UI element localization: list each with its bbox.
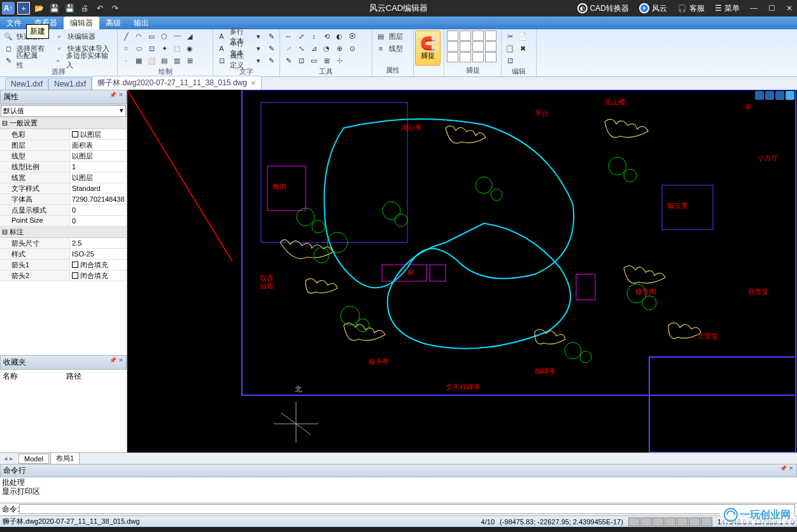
property-row[interactable]: Point Size0: [0, 216, 127, 227]
snap-opt6[interactable]: [460, 41, 471, 52]
snap-opt7[interactable]: [472, 41, 484, 52]
save-icon[interactable]: 💾: [48, 2, 60, 15]
property-row[interactable]: 箭头尺寸2.5: [0, 238, 127, 249]
menu-output[interactable]: 输出: [127, 17, 155, 29]
spline-tool[interactable]: 〰: [171, 31, 183, 42]
ellipse-tool[interactable]: ⬭: [133, 43, 145, 54]
table-tool[interactable]: ⊞: [184, 55, 195, 66]
dim-tool7[interactable]: ⟋: [283, 43, 294, 54]
drawing-canvas[interactable]: 北 平台 见山楼 亭 小方厅 御云室 立雪堂 燕誉堂 修竹阁 御碑亭 文天祥碑亭…: [127, 90, 797, 452]
saveall-icon[interactable]: 💾: [63, 2, 76, 15]
poly-import-button[interactable]: 多边形实体输入: [65, 55, 115, 66]
match-props-button[interactable]: 匹配属性: [15, 55, 45, 66]
cad-converter-button[interactable]: ◐CAD转换器: [575, 2, 631, 15]
status-btn4[interactable]: [665, 517, 676, 526]
tool15[interactable]: ⬜: [146, 55, 157, 66]
redo-icon[interactable]: ↷: [109, 2, 122, 15]
linetype-button[interactable]: 线型: [388, 43, 404, 54]
layout-tab[interactable]: 布局1: [50, 452, 80, 465]
hatch-tool[interactable]: ▦: [133, 55, 145, 66]
snap-opt2[interactable]: [460, 31, 471, 41]
undo-icon[interactable]: ↶: [94, 2, 106, 15]
doc-tab-2[interactable]: New1.dxf: [48, 78, 92, 90]
property-row[interactable]: 文字样式Standard: [0, 183, 127, 194]
edit-del[interactable]: ✖: [517, 43, 528, 54]
status-btn2[interactable]: [640, 517, 652, 526]
edit-5[interactable]: ⊡: [504, 55, 516, 66]
line-tool[interactable]: ╱: [120, 31, 132, 42]
dim-tool17[interactable]: ⊹: [334, 55, 345, 66]
dim-tool2[interactable]: ⤢: [295, 31, 307, 42]
status-btn5[interactable]: [677, 517, 688, 526]
dim-tool16[interactable]: ⊞: [321, 55, 332, 66]
pin-icon[interactable]: 📌 ✕: [109, 92, 123, 102]
dim-tool9[interactable]: ⊿: [308, 43, 320, 54]
section-dimension[interactable]: ⊟标注: [0, 227, 127, 238]
tool17[interactable]: ▥: [171, 55, 183, 66]
layer-button[interactable]: 图层: [388, 31, 404, 42]
snap-opt8[interactable]: [485, 41, 497, 52]
open-icon[interactable]: 📂: [32, 2, 45, 15]
property-row[interactable]: 图层面积表: [0, 140, 127, 151]
dim-tool15[interactable]: ▭: [308, 55, 320, 66]
dim-tool11[interactable]: ⊕: [334, 43, 345, 54]
snap-opt9[interactable]: [447, 52, 458, 62]
tool10[interactable]: ✦: [159, 43, 170, 54]
attr-def-button[interactable]: 属性定义: [229, 55, 251, 66]
menu-button[interactable]: ☰菜单: [712, 2, 742, 15]
menu-editor[interactable]: 编辑器: [64, 17, 99, 29]
snap-opt11[interactable]: [472, 52, 484, 62]
new-file-icon[interactable]: ＋: [17, 2, 30, 15]
status-btn6[interactable]: [689, 517, 700, 526]
snap-opt3[interactable]: [472, 31, 484, 41]
property-row[interactable]: 箭头2闭合填充: [0, 270, 127, 281]
tool9[interactable]: ⊡: [146, 43, 157, 54]
fengyun-button[interactable]: ✦风云: [637, 2, 670, 15]
snap-opt10[interactable]: [460, 52, 471, 62]
snap-opt1[interactable]: [447, 31, 458, 41]
property-row[interactable]: 字体高7290.702148438: [0, 194, 127, 205]
close-tab-icon[interactable]: ✕: [251, 80, 256, 87]
section-general[interactable]: ⊟一般设置: [0, 118, 127, 129]
edit-cut[interactable]: ✂: [504, 31, 516, 42]
dim-tool1[interactable]: ↔: [283, 31, 294, 42]
pin-icon[interactable]: 📌 ✕: [109, 357, 123, 368]
circle-tool[interactable]: ○: [120, 43, 132, 54]
snap-opt5[interactable]: [447, 41, 458, 52]
print-icon[interactable]: 🖨: [78, 2, 91, 15]
property-row[interactable]: 线型以图层: [0, 151, 127, 162]
model-tab[interactable]: Model: [18, 454, 49, 464]
tool11[interactable]: ⬚: [171, 43, 183, 54]
property-row[interactable]: 色彩以图层: [0, 129, 127, 140]
dim-tool14[interactable]: ⊡: [295, 55, 307, 66]
pin-icon[interactable]: 📌 ✕: [780, 465, 794, 476]
property-row[interactable]: 点显示模式0: [0, 205, 127, 216]
dim-tool13[interactable]: ✎: [283, 55, 294, 66]
tool6[interactable]: ◢: [184, 31, 195, 42]
command-input[interactable]: [19, 504, 795, 514]
rect-tool[interactable]: ▭: [146, 31, 157, 42]
doc-tab-1[interactable]: New1.dxf: [5, 78, 48, 90]
snap-button[interactable]: 🧲 捕捉: [415, 31, 441, 66]
dim-tool10[interactable]: ◔: [321, 43, 332, 54]
property-row[interactable]: 样式ISO-25: [0, 249, 127, 260]
dim-tool3[interactable]: ↕: [308, 31, 320, 42]
status-btn3[interactable]: [652, 517, 664, 526]
minimize-icon[interactable]: —: [747, 2, 760, 15]
edit-paste[interactable]: 📋: [504, 43, 516, 54]
service-button[interactable]: 🎧客服: [675, 2, 707, 15]
menu-file[interactable]: 文件: [0, 17, 28, 29]
close-icon[interactable]: ✕: [783, 2, 796, 15]
property-row[interactable]: 线型比例1: [0, 162, 127, 172]
doc-tab-3[interactable]: 狮子林.dwg2020-07-27_11_11_38_015.dwg✕: [92, 76, 262, 90]
point-tool[interactable]: ·: [120, 55, 132, 66]
dim-tool5[interactable]: ◐: [334, 31, 345, 42]
tool12[interactable]: ◉: [184, 43, 195, 54]
snap-opt12[interactable]: [485, 52, 497, 62]
menu-advanced[interactable]: 高级: [99, 17, 127, 29]
tool16[interactable]: ▤: [159, 55, 170, 66]
poly-tool[interactable]: ⬠: [159, 31, 170, 42]
dim-tool12[interactable]: ⊙: [346, 43, 358, 54]
dim-tool4[interactable]: ⟲: [321, 31, 332, 42]
maximize-icon[interactable]: ☐: [765, 2, 778, 15]
